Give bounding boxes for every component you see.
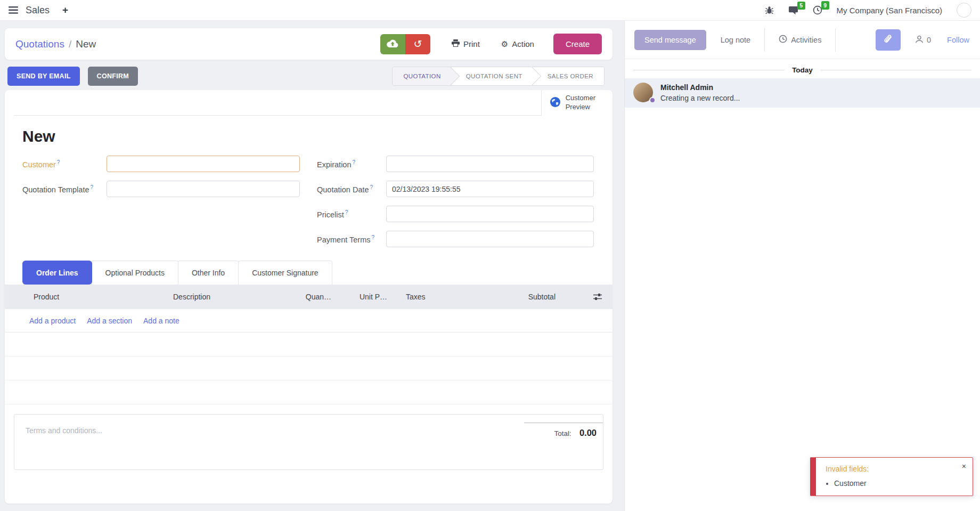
- attach-files-button[interactable]: [876, 29, 901, 51]
- step-sales-order[interactable]: SALES ORDER: [533, 67, 604, 85]
- discard-changes-button[interactable]: ↺: [405, 34, 430, 54]
- step-quotation[interactable]: QUOTATION: [393, 67, 451, 85]
- toolbar-divider: [835, 28, 836, 52]
- confirm-button[interactable]: CONFIRM: [88, 67, 138, 86]
- new-tab-button[interactable]: +: [62, 4, 68, 16]
- message-author-avatar: [633, 83, 653, 102]
- expiration-input[interactable]: [386, 156, 594, 172]
- customer-input[interactable]: [107, 156, 300, 172]
- breadcrumb-quotations-link[interactable]: Quotations: [15, 38, 64, 50]
- chatter-panel: Send message Log note Activities: [624, 21, 980, 511]
- column-product[interactable]: Product: [34, 293, 173, 301]
- breadcrumb: Quotations / New: [15, 38, 96, 50]
- payment-terms-help-icon[interactable]: ?: [371, 234, 374, 240]
- globe-icon: [550, 96, 561, 110]
- column-unit-price[interactable]: Unit P…: [334, 293, 387, 301]
- save-discard-group: ↺: [380, 34, 430, 54]
- step-quotation-sent[interactable]: QUOTATION SENT: [452, 67, 533, 85]
- toast-field-list: Customer: [834, 479, 965, 488]
- column-subtotal[interactable]: Subtotal: [502, 293, 583, 301]
- order-lines-header: Product Description Quan… Unit P… Taxes …: [5, 285, 612, 309]
- add-a-section-link[interactable]: Add a section: [87, 317, 132, 325]
- app-name[interactable]: Sales: [26, 5, 50, 16]
- pricelist-field-label: Pricelist?: [317, 209, 386, 219]
- send-by-email-button[interactable]: SEND BY EMAIL: [7, 67, 80, 86]
- quotation-template-help-icon[interactable]: ?: [90, 184, 93, 190]
- total-value: 0.00: [579, 428, 597, 438]
- tab-customer-signature[interactable]: Customer Signature: [238, 261, 332, 285]
- tab-optional-products[interactable]: Optional Products: [92, 261, 178, 285]
- column-taxes[interactable]: Taxes: [406, 293, 502, 301]
- clock-icon: [779, 35, 787, 45]
- column-quantity[interactable]: Quan…: [280, 293, 331, 301]
- customer-preview-line1: Customer: [566, 94, 595, 102]
- pricelist-help-icon[interactable]: ?: [345, 209, 348, 215]
- empty-list-row: [5, 380, 612, 404]
- add-a-product-link[interactable]: Add a product: [29, 317, 76, 325]
- gear-icon: ⚙: [501, 39, 508, 49]
- customer-field-label: Customer?: [22, 159, 107, 169]
- activities-count-badge: 9: [821, 1, 829, 10]
- messages-icon[interactable]: 5: [788, 6, 798, 15]
- invalid-fields-toast: Invalid fields: × Customer: [810, 457, 973, 496]
- quotation-template-input[interactable]: [107, 181, 300, 197]
- quotation-date-field-label: Quotation Date?: [317, 184, 386, 194]
- follow-button[interactable]: Follow: [947, 36, 969, 44]
- company-switcher[interactable]: My Company (San Francisco): [837, 6, 942, 15]
- column-description[interactable]: Description: [173, 293, 280, 301]
- action-menu-button[interactable]: ⚙ Action: [501, 39, 534, 49]
- activities-clock-icon[interactable]: 9: [813, 5, 822, 15]
- notes-and-total: Terms and conditions... Total: 0.00: [14, 414, 603, 470]
- paperclip-icon: [884, 35, 893, 45]
- send-message-button[interactable]: Send message: [634, 30, 706, 50]
- toolbar-divider: [764, 28, 765, 52]
- expiration-help-icon[interactable]: ?: [352, 159, 355, 165]
- chatter-toolbar: Send message Log note Activities: [625, 21, 980, 59]
- toast-title: Invalid fields:: [826, 465, 965, 473]
- tab-other-info[interactable]: Other Info: [178, 261, 239, 285]
- pricelist-input[interactable]: [386, 206, 594, 222]
- payment-terms-label-text: Payment Terms: [317, 235, 370, 244]
- optional-columns-icon[interactable]: [583, 293, 612, 301]
- quotation-date-input[interactable]: [386, 181, 594, 197]
- quotation-date-label-text: Quotation Date: [317, 185, 369, 193]
- apps-menu-icon[interactable]: [9, 6, 18, 14]
- state-stepper: QUOTATION QUOTATION SENT SALES ORDER: [392, 67, 605, 86]
- log-note-button[interactable]: Log note: [721, 36, 750, 44]
- payment-terms-input[interactable]: [386, 231, 594, 247]
- tab-order-lines[interactable]: Order Lines: [22, 261, 92, 285]
- total-block: Total: 0.00: [524, 423, 603, 438]
- control-panel-actions: ↺ Print ⚙ Action Create: [380, 34, 602, 54]
- followers-count: 0: [927, 36, 931, 44]
- main-area: Quotations / New ↺ Print: [0, 21, 980, 511]
- printer-icon: [452, 39, 460, 48]
- statusbar: SEND BY EMAIL CONFIRM QUOTATION QUOTATIO…: [5, 67, 612, 86]
- record-title: New: [22, 127, 612, 145]
- schedule-activity-button[interactable]: Activities: [779, 35, 821, 45]
- customer-preview-line2: Preview: [566, 103, 590, 111]
- form-view-column: Quotations / New ↺ Print: [0, 21, 612, 511]
- debug-bug-icon[interactable]: [765, 6, 774, 14]
- action-label: Action: [512, 39, 534, 48]
- create-button[interactable]: Create: [553, 34, 602, 54]
- expiration-field-label: Expiration?: [317, 159, 386, 169]
- followers-button[interactable]: 0: [915, 35, 931, 45]
- print-button[interactable]: Print: [452, 39, 480, 48]
- user-avatar[interactable]: [957, 3, 971, 18]
- save-record-button[interactable]: [380, 34, 405, 54]
- expiration-label-text: Expiration: [317, 160, 351, 168]
- toast-close-icon[interactable]: ×: [962, 462, 966, 471]
- chatter-message[interactable]: Mitchell Admin Creating a new record...: [625, 78, 980, 108]
- list-add-row: Add a product Add a section Add a note: [5, 309, 612, 332]
- terms-and-conditions-input[interactable]: Terms and conditions...: [26, 426, 603, 435]
- customer-label-text: Customer: [22, 160, 56, 168]
- pricelist-label-text: Pricelist: [317, 210, 344, 218]
- form-fields: Customer? Expiration? Quotation Template…: [22, 156, 595, 247]
- control-panel: Quotations / New ↺ Print: [5, 28, 612, 60]
- date-divider: Today: [625, 66, 980, 74]
- add-a-note-link[interactable]: Add a note: [143, 317, 179, 325]
- message-text: Creating a new record...: [660, 94, 740, 102]
- customer-preview-button[interactable]: Customer Preview: [541, 90, 603, 116]
- quotation-date-help-icon[interactable]: ?: [370, 184, 373, 190]
- customer-help-icon[interactable]: ?: [57, 159, 60, 165]
